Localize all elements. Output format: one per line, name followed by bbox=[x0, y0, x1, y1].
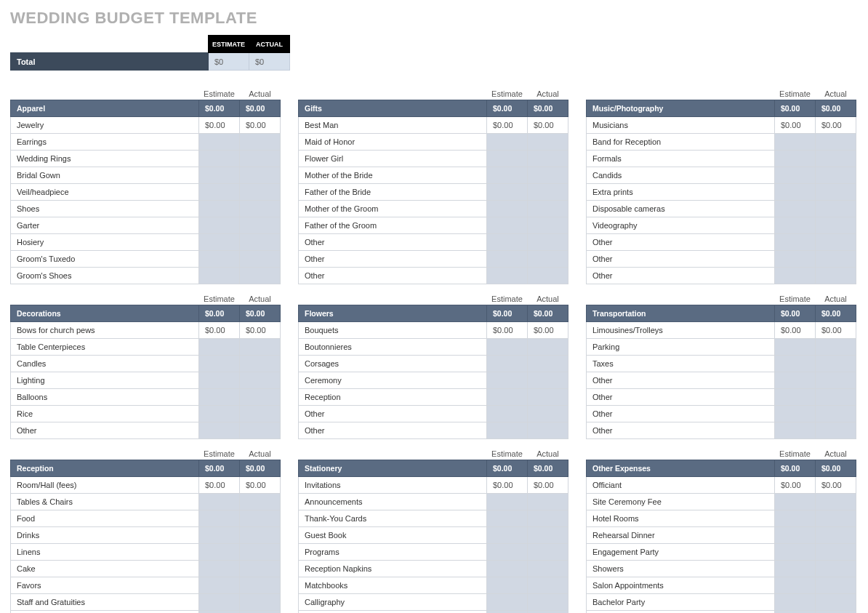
item-estimate-cell[interactable] bbox=[775, 422, 816, 439]
item-actual-cell[interactable] bbox=[816, 151, 856, 167]
item-estimate-cell[interactable] bbox=[775, 594, 816, 611]
item-estimate-cell[interactable] bbox=[199, 201, 240, 217]
item-estimate-cell[interactable] bbox=[199, 611, 240, 614]
item-actual-cell[interactable] bbox=[528, 422, 568, 439]
item-estimate-cell[interactable] bbox=[199, 561, 240, 577]
item-estimate-cell[interactable] bbox=[487, 561, 528, 577]
item-actual-cell[interactable] bbox=[240, 611, 281, 614]
item-actual-cell[interactable] bbox=[240, 406, 281, 422]
item-estimate-cell[interactable]: $0.00 bbox=[199, 117, 240, 134]
item-actual-cell[interactable]: $0.00 bbox=[816, 117, 856, 134]
item-estimate-cell[interactable] bbox=[487, 151, 528, 167]
item-actual-cell[interactable] bbox=[240, 527, 281, 544]
item-estimate-cell[interactable]: $0.00 bbox=[775, 477, 816, 494]
item-estimate-cell[interactable] bbox=[775, 251, 816, 268]
item-estimate-cell[interactable] bbox=[199, 594, 240, 611]
item-actual-cell[interactable] bbox=[528, 151, 568, 167]
item-actual-cell[interactable] bbox=[528, 561, 568, 577]
item-estimate-cell[interactable] bbox=[487, 510, 528, 527]
item-actual-cell[interactable]: $0.00 bbox=[528, 322, 568, 339]
item-estimate-cell[interactable] bbox=[775, 234, 816, 251]
item-actual-cell[interactable] bbox=[816, 234, 856, 251]
item-estimate-cell[interactable] bbox=[199, 406, 240, 422]
item-estimate-cell[interactable] bbox=[775, 201, 816, 217]
item-actual-cell[interactable] bbox=[528, 389, 568, 406]
item-estimate-cell[interactable] bbox=[199, 577, 240, 594]
item-actual-cell[interactable] bbox=[240, 356, 281, 372]
item-estimate-cell[interactable] bbox=[487, 406, 528, 422]
summary-total-estimate[interactable]: $0 bbox=[209, 53, 249, 71]
item-estimate-cell[interactable] bbox=[775, 561, 816, 577]
item-actual-cell[interactable] bbox=[528, 577, 568, 594]
item-estimate-cell[interactable] bbox=[775, 611, 816, 614]
item-actual-cell[interactable] bbox=[240, 422, 281, 439]
item-estimate-cell[interactable] bbox=[487, 184, 528, 201]
item-estimate-cell[interactable] bbox=[775, 268, 816, 284]
item-estimate-cell[interactable] bbox=[199, 251, 240, 268]
item-estimate-cell[interactable] bbox=[487, 594, 528, 611]
item-actual-cell[interactable] bbox=[528, 356, 568, 372]
item-estimate-cell[interactable] bbox=[487, 527, 528, 544]
item-actual-cell[interactable] bbox=[240, 577, 281, 594]
item-actual-cell[interactable] bbox=[240, 184, 281, 201]
item-actual-cell[interactable] bbox=[240, 594, 281, 611]
item-actual-cell[interactable] bbox=[528, 611, 568, 614]
item-actual-cell[interactable] bbox=[816, 611, 856, 614]
item-estimate-cell[interactable] bbox=[487, 389, 528, 406]
item-actual-cell[interactable] bbox=[816, 251, 856, 268]
item-estimate-cell[interactable] bbox=[199, 527, 240, 544]
item-actual-cell[interactable] bbox=[816, 372, 856, 389]
item-estimate-cell[interactable] bbox=[487, 234, 528, 251]
item-actual-cell[interactable]: $0.00 bbox=[528, 117, 568, 134]
item-estimate-cell[interactable]: $0.00 bbox=[487, 117, 528, 134]
item-estimate-cell[interactable]: $0.00 bbox=[199, 477, 240, 494]
item-actual-cell[interactable] bbox=[240, 510, 281, 527]
item-estimate-cell[interactable] bbox=[775, 389, 816, 406]
item-actual-cell[interactable] bbox=[240, 217, 281, 234]
item-actual-cell[interactable] bbox=[528, 494, 568, 510]
item-actual-cell[interactable] bbox=[816, 577, 856, 594]
item-actual-cell[interactable] bbox=[528, 251, 568, 268]
item-estimate-cell[interactable] bbox=[775, 544, 816, 561]
item-estimate-cell[interactable]: $0.00 bbox=[775, 117, 816, 134]
item-estimate-cell[interactable]: $0.00 bbox=[199, 322, 240, 339]
item-actual-cell[interactable] bbox=[816, 167, 856, 184]
item-actual-cell[interactable] bbox=[816, 594, 856, 611]
item-estimate-cell[interactable] bbox=[487, 339, 528, 356]
item-estimate-cell[interactable] bbox=[487, 201, 528, 217]
item-actual-cell[interactable] bbox=[240, 372, 281, 389]
item-estimate-cell[interactable] bbox=[487, 251, 528, 268]
item-actual-cell[interactable] bbox=[816, 422, 856, 439]
item-actual-cell[interactable] bbox=[816, 339, 856, 356]
item-actual-cell[interactable] bbox=[816, 356, 856, 372]
item-estimate-cell[interactable] bbox=[199, 544, 240, 561]
item-estimate-cell[interactable] bbox=[199, 339, 240, 356]
item-estimate-cell[interactable] bbox=[199, 268, 240, 284]
item-estimate-cell[interactable] bbox=[199, 422, 240, 439]
item-actual-cell[interactable] bbox=[528, 339, 568, 356]
item-actual-cell[interactable] bbox=[528, 184, 568, 201]
item-estimate-cell[interactable]: $0.00 bbox=[487, 477, 528, 494]
item-estimate-cell[interactable] bbox=[775, 372, 816, 389]
item-estimate-cell[interactable] bbox=[199, 184, 240, 201]
item-estimate-cell[interactable] bbox=[199, 494, 240, 510]
item-estimate-cell[interactable] bbox=[775, 406, 816, 422]
item-actual-cell[interactable] bbox=[528, 268, 568, 284]
item-actual-cell[interactable] bbox=[816, 406, 856, 422]
item-estimate-cell[interactable] bbox=[487, 577, 528, 594]
item-estimate-cell[interactable] bbox=[199, 510, 240, 527]
item-actual-cell[interactable] bbox=[816, 201, 856, 217]
item-actual-cell[interactable]: $0.00 bbox=[816, 322, 856, 339]
item-actual-cell[interactable] bbox=[816, 217, 856, 234]
item-actual-cell[interactable] bbox=[528, 544, 568, 561]
item-actual-cell[interactable] bbox=[240, 251, 281, 268]
item-estimate-cell[interactable]: $0.00 bbox=[775, 322, 816, 339]
item-actual-cell[interactable] bbox=[528, 167, 568, 184]
item-estimate-cell[interactable] bbox=[487, 268, 528, 284]
item-estimate-cell[interactable] bbox=[775, 184, 816, 201]
item-actual-cell[interactable] bbox=[528, 372, 568, 389]
item-actual-cell[interactable] bbox=[240, 494, 281, 510]
item-estimate-cell[interactable] bbox=[775, 339, 816, 356]
item-estimate-cell[interactable] bbox=[775, 151, 816, 167]
item-actual-cell[interactable] bbox=[816, 134, 856, 151]
